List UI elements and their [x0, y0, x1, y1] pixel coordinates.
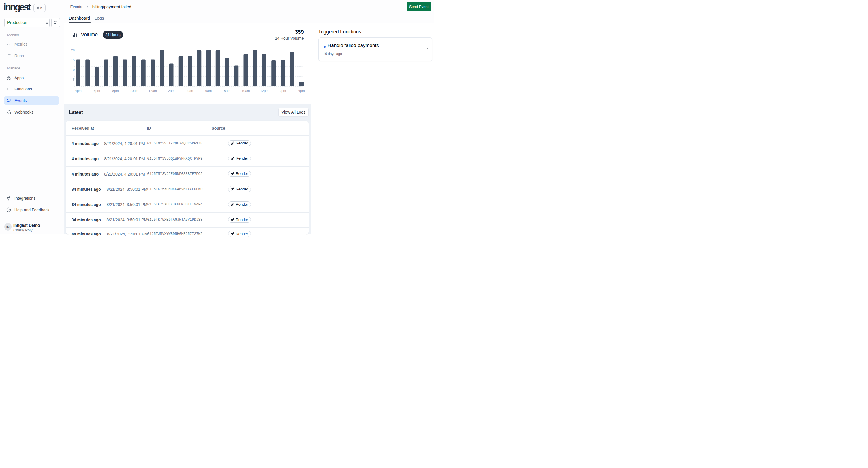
- svg-text:12am: 12am: [149, 89, 157, 92]
- svg-text:6am: 6am: [205, 89, 212, 92]
- svg-text:4am: 4am: [187, 89, 193, 92]
- svg-text:20: 20: [71, 48, 75, 52]
- svg-text:8am: 8am: [224, 89, 230, 92]
- svg-text:10am: 10am: [242, 89, 250, 92]
- svg-text:8pm: 8pm: [112, 89, 119, 92]
- svg-text:10pm: 10pm: [130, 89, 138, 92]
- svg-text:15: 15: [71, 58, 75, 62]
- svg-text:2pm: 2pm: [280, 89, 286, 92]
- svg-text:5: 5: [73, 77, 75, 81]
- svg-text:4pm: 4pm: [75, 89, 81, 92]
- svg-text:12pm: 12pm: [260, 89, 269, 92]
- svg-text:10: 10: [71, 68, 75, 71]
- svg-text:2am: 2am: [168, 89, 175, 92]
- svg-text:4pm: 4pm: [298, 89, 305, 92]
- svg-text:6pm: 6pm: [94, 89, 100, 92]
